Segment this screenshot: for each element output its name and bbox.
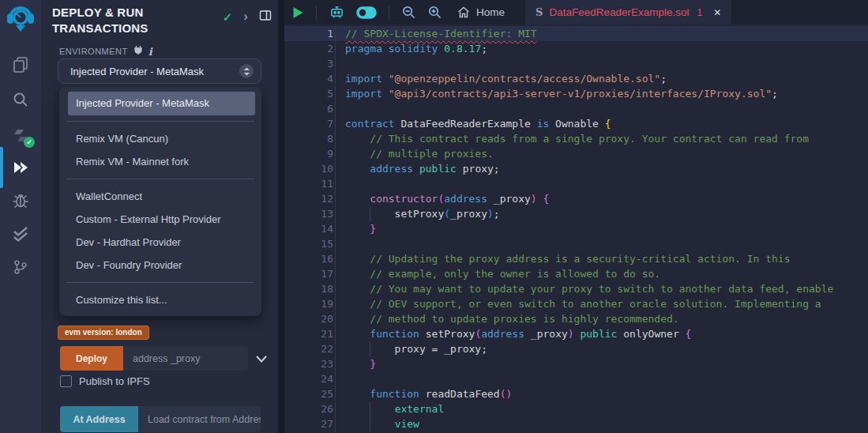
- git-icon[interactable]: [0, 250, 41, 284]
- at-address-button[interactable]: At Address: [60, 406, 138, 432]
- run-script-button[interactable]: [284, 0, 310, 24]
- line-number: 18: [284, 281, 333, 296]
- ai-assistant-icon[interactable]: [323, 0, 351, 24]
- line-number: 12: [284, 191, 333, 206]
- code-line: 2pragma solidity 0.8.17;: [284, 41, 868, 56]
- panel-title: DEPLOY & RUN TRANSACTIONS: [52, 5, 194, 36]
- gutter-border: [335, 24, 336, 433]
- environment-dropdown: Injected Provider - MetaMaskRemix VM (Ca…: [59, 87, 261, 316]
- tab-datafeedreaderexample[interactable]: S DataFeedReaderExample.sol 1 ✕: [525, 0, 731, 24]
- line-number: 26: [284, 401, 333, 416]
- code-editor[interactable]: 1// SPDX-License-Identifier: MIT2pragma …: [284, 24, 868, 433]
- evm-version-badge: evm version: london: [58, 326, 149, 340]
- ai-toggle-icon[interactable]: [351, 0, 382, 24]
- environment-select-value: Injected Provider - MetaMask: [58, 66, 204, 77]
- line-number: 10: [284, 161, 333, 176]
- code-line: 22 proxy = _proxy;: [284, 341, 868, 356]
- env-option-customize-this-list[interactable]: Customize this list...: [59, 288, 261, 311]
- deploy-expand-chevron-icon[interactable]: [256, 352, 267, 366]
- debugger-icon[interactable]: [0, 183, 41, 218]
- select-updown-icon: [239, 64, 254, 78]
- editor-area[interactable]: Home S DataFeedReaderExample.sol 1 ✕ 1//…: [284, 0, 868, 433]
- line-number: 17: [284, 266, 333, 281]
- line-number: 2: [284, 41, 333, 56]
- panel-layout-icon[interactable]: [259, 9, 272, 24]
- code-line: 21 function setProxy(address _proxy) pub…: [284, 326, 868, 341]
- icon-rail: ✓: [0, 0, 41, 433]
- code-line: 1// SPDX-License-Identifier: MIT: [284, 26, 868, 41]
- home-tab-label: Home: [476, 6, 505, 18]
- line-number: 25: [284, 386, 333, 401]
- code-line: 10 address public proxy;: [284, 161, 868, 176]
- plug-icon[interactable]: [133, 44, 143, 58]
- line-number: 4: [284, 71, 333, 86]
- env-option-remix-vm-mainnet-fork[interactable]: Remix VM - Mainnet fork: [59, 150, 261, 173]
- at-address-input[interactable]: [138, 406, 261, 432]
- search-icon[interactable]: [0, 82, 41, 117]
- line-number: 13: [284, 206, 333, 221]
- zoom-out-icon[interactable]: [396, 0, 422, 24]
- panel-expand-icon[interactable]: ›: [243, 9, 248, 23]
- code-line: 15: [284, 236, 868, 251]
- tab-home[interactable]: Home: [448, 0, 519, 24]
- line-number: 19: [284, 296, 333, 311]
- line-number: 20: [284, 311, 333, 326]
- line-number: 21: [284, 326, 333, 341]
- unit-testing-icon[interactable]: [0, 216, 41, 251]
- panel-editor-divider[interactable]: [278, 0, 284, 433]
- env-option-injected-provider-metamask[interactable]: Injected Provider - MetaMask: [68, 92, 255, 115]
- line-number: 3: [284, 56, 333, 71]
- solidity-compiler-icon[interactable]: ✓: [0, 119, 41, 153]
- code-line: 13 setProxy(_proxy);: [284, 206, 868, 221]
- remix-logo[interactable]: [0, 2, 41, 36]
- deploy-args-input[interactable]: [123, 346, 248, 371]
- info-icon[interactable]: i: [148, 46, 152, 58]
- publish-ipfs-checkbox[interactable]: [60, 375, 72, 387]
- env-option-dev-hardhat-provider[interactable]: Dev - Hardhat Provider: [59, 231, 261, 254]
- code-line: 12 constructor(address _proxy) {: [284, 191, 868, 206]
- code-line: 9 // multiple proxies.: [284, 146, 868, 161]
- code-line: 26 external: [284, 401, 868, 416]
- editor-toolbar: Home S DataFeedReaderExample.sol 1 ✕: [284, 0, 868, 24]
- env-option-remix-vm-cancun[interactable]: Remix VM (Cancun): [59, 127, 261, 150]
- line-number: 5: [284, 86, 333, 101]
- code-line: 8 // This contract reads from a single p…: [284, 131, 868, 146]
- env-option-walletconnect[interactable]: WalletConnect: [59, 185, 261, 208]
- code-line: 23 }: [284, 356, 868, 371]
- code-line: 7contract DataFeedReaderExample is Ownab…: [284, 116, 868, 131]
- code-line: 5import "@api3/contracts/api3-server-v1/…: [284, 86, 868, 101]
- line-number: 15: [284, 236, 333, 251]
- line-number: 22: [284, 341, 333, 356]
- dropdown-divider: [66, 179, 254, 179]
- deploy-run-panel: DEPLOY & RUN TRANSACTIONS ✓ › ENVIRONMEN…: [41, 0, 284, 433]
- env-option-dev-foundry-provider[interactable]: Dev - Foundry Provider: [59, 254, 261, 277]
- line-number: 8: [284, 131, 333, 146]
- zoom-in-icon[interactable]: [422, 0, 448, 24]
- code-line: 25 function readDataFeed(): [284, 386, 868, 401]
- file-explorer-icon[interactable]: [0, 47, 41, 82]
- code-line: 14 }: [284, 221, 868, 236]
- code-line: 4import "@openzeppelin/contracts/access/…: [284, 71, 868, 86]
- deploy-run-icon[interactable]: [0, 150, 41, 185]
- line-number: 1: [284, 26, 333, 41]
- env-option-custom-external-http-provider[interactable]: Custom - External Http Provider: [59, 208, 261, 231]
- code-line: 6: [284, 101, 868, 116]
- publish-ipfs-label: Publish to IPFS: [79, 375, 150, 387]
- code-line: 18 // You may want to update your proxy …: [284, 281, 868, 296]
- environment-select[interactable]: Injected Provider - MetaMask: [58, 58, 261, 84]
- panel-check-icon: ✓: [223, 10, 233, 24]
- code-line: 19 // OEV support, or even switch to ano…: [284, 296, 868, 311]
- code-line: 20 // method to update proxies is highly…: [284, 311, 868, 326]
- code-line: 27 view: [284, 416, 868, 431]
- home-icon: [457, 6, 470, 18]
- line-number: 24: [284, 371, 333, 386]
- code-line: 11: [284, 176, 868, 191]
- environment-label: ENVIRONMENT: [59, 47, 128, 56]
- code-line: 24: [284, 371, 868, 386]
- line-number: 11: [284, 176, 333, 191]
- line-number: 7: [284, 116, 333, 131]
- line-number: 27: [284, 416, 333, 431]
- remix-ide-window: ✓: [0, 0, 868, 433]
- tab-close-icon[interactable]: ✕: [713, 7, 721, 18]
- deploy-button[interactable]: Deploy: [60, 346, 123, 371]
